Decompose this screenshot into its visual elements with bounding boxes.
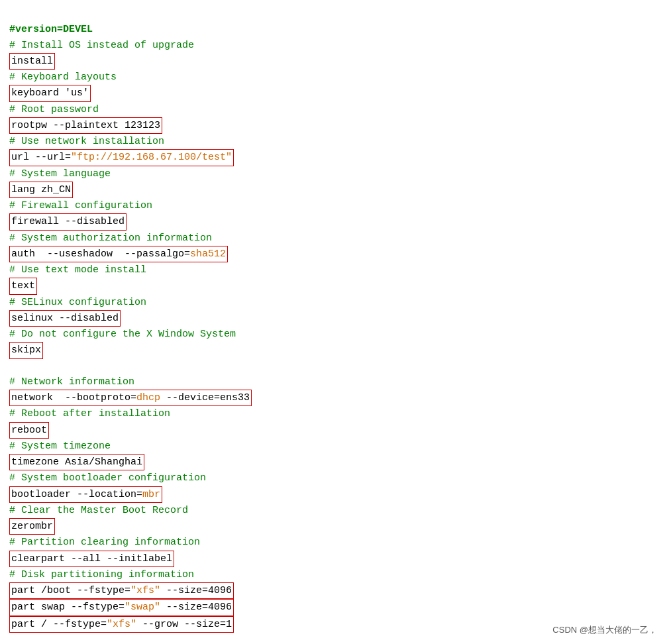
url-highlight: "ftp://192.168.67.100/test" <box>71 152 232 163</box>
code-line-url-cmd: url --url="ftp://192.168.67.100/test" <box>9 149 660 166</box>
dhcp-highlight: dhcp <box>136 392 160 403</box>
command-boxed: text <box>9 278 37 294</box>
code-line-comment-install-os: # Install OS instead of upgrade <box>9 38 660 53</box>
watermark: CSDN @想当大佬的一乙， <box>552 624 657 636</box>
mbr-highlight: mbr <box>142 489 160 500</box>
comment-text: # Firewall configuration <box>9 200 152 211</box>
code-line-timezone-cmd: timezone Asia/Shanghai <box>9 454 660 470</box>
comment-text: # Reboot after installation <box>9 408 170 419</box>
command-boxed-mbr: bootloader --location=mbr <box>9 486 162 503</box>
code-line-text-cmd: text <box>9 278 660 294</box>
code-line-comment-reboot: # Reboot after installation <box>9 406 660 421</box>
comment-text: # System timezone <box>9 441 111 452</box>
code-line-bootloader-cmd: bootloader --location=mbr <box>9 486 660 503</box>
comment-text: # Clear the Master Boot Record <box>9 505 188 516</box>
command-boxed-sha: auth --useshadow --passalgo=sha512 <box>9 246 228 262</box>
code-line-part-boot-cmd: part /boot --fstype="xfs" --size=4096 <box>9 582 660 599</box>
code-line-install-cmd: install <box>9 53 660 70</box>
code-line-version: #version=DEVEL <box>9 22 660 37</box>
code-line-clearpart-cmd: clearpart --all --initlabel <box>9 551 660 567</box>
code-line-comment-diskpart: # Disk partitioning information <box>9 567 660 582</box>
command-boxed: skipx <box>9 342 43 358</box>
code-line-rootpw-cmd: rootpw --plaintext 123123 <box>9 117 660 134</box>
comment-text: # Root password <box>9 104 99 115</box>
command-boxed: reboot <box>9 422 49 439</box>
command-boxed: clearpart --all --initlabel <box>9 551 174 567</box>
code-line-comment-selinux: # SELinux configuration <box>9 295 660 310</box>
comment-text: # SELinux configuration <box>9 297 146 308</box>
command-boxed-part: part /boot --fstype="xfs" --size=4096 <box>9 582 234 599</box>
code-line-zerombr-cmd: zerombr <box>9 518 660 535</box>
code-line-selinux-cmd: selinux --disabled <box>9 310 660 327</box>
code-line-comment-firewall: # Firewall configuration <box>9 198 660 213</box>
sha-highlight: sha512 <box>190 248 226 260</box>
code-line-comment-skipx: # Do not configure the X Window System <box>9 327 660 342</box>
xfs-highlight: "swap" <box>125 602 160 613</box>
code-line-comment-auth: # System authorization information <box>9 231 660 246</box>
code-line-comment-lang: # System language <box>9 166 660 182</box>
command-boxed: keyboard 'us' <box>9 85 91 101</box>
code-line-comment-rootpw: # Root password <box>9 102 660 117</box>
code-line-comment-clearpart: # Partition clearing information <box>9 535 660 550</box>
code-line-auth-cmd: auth --useshadow --passalgo=sha512 <box>9 246 660 262</box>
comment-text: # Network information <box>9 376 134 388</box>
command-boxed-network: network --bootproto=dhcp --device=ens33 <box>9 390 252 406</box>
comment-text: # Keyboard layouts <box>9 72 117 83</box>
comment-text: # Install OS instead of upgrade <box>9 40 194 51</box>
code-line-comment-keyboard: # Keyboard layouts <box>9 70 660 85</box>
code-line-comment-timezone: # System timezone <box>9 439 660 454</box>
comment-text: # System bootloader configuration <box>9 472 206 484</box>
code-line-comment-zerombr: # Clear the Master Boot Record <box>9 503 660 518</box>
command-boxed-url: url --url="ftp://192.168.67.100/test" <box>9 149 234 166</box>
code-line-comment-network-install: # Use network installation <box>9 134 660 149</box>
code-line-reboot-cmd: reboot <box>9 422 660 439</box>
xfs-highlight: "xfs" <box>107 619 136 630</box>
command-boxed: zerombr <box>9 518 55 535</box>
code-line-lang-cmd: lang zh_CN <box>9 182 660 198</box>
code-line-part-swap-cmd: part swap --fstype="swap" --size=4096 <box>9 599 660 616</box>
command-boxed-part: part swap --fstype="swap" --size=4096 <box>9 599 234 616</box>
command-boxed: install <box>9 53 55 70</box>
code-line-comment-text: # Use text mode install <box>9 262 660 278</box>
comment-text: # Use text mode install <box>9 264 146 276</box>
code-line-firewall-cmd: firewall --disabled <box>9 213 660 230</box>
code-content: #version=DEVEL# Install OS instead of up… <box>9 7 660 633</box>
comment-text: # Disk partitioning information <box>9 569 194 580</box>
comment-text: # System authorization information <box>9 233 212 244</box>
code-line-keyboard-cmd: keyboard 'us' <box>9 85 660 101</box>
command-boxed: rootpw --plaintext 123123 <box>9 117 162 134</box>
command-boxed: selinux --disabled <box>9 310 121 327</box>
code-line-blank <box>9 359 660 374</box>
comment-text: # System language <box>9 168 111 180</box>
command-boxed: firewall --disabled <box>9 213 127 230</box>
comment-text: # Do not configure the X Window System <box>9 329 236 340</box>
comment-text: # Use network installation <box>9 136 164 147</box>
code-line-comment-bootloader: # System bootloader configuration <box>9 470 660 486</box>
command-boxed: lang zh_CN <box>9 182 73 198</box>
command-boxed: timezone Asia/Shanghai <box>9 454 144 470</box>
code-line-comment-network: # Network information <box>9 374 660 390</box>
xfs-highlight: "xfs" <box>130 585 160 596</box>
version-comment: #version=DEVEL <box>9 24 93 35</box>
code-line-network-cmd: network --bootproto=dhcp --device=ens33 <box>9 390 660 406</box>
comment-text: # Partition clearing information <box>9 537 200 548</box>
command-boxed-part: part / --fstype="xfs" --grow --size=1 <box>9 616 234 633</box>
code-line-skipx-cmd: skipx <box>9 342 660 358</box>
